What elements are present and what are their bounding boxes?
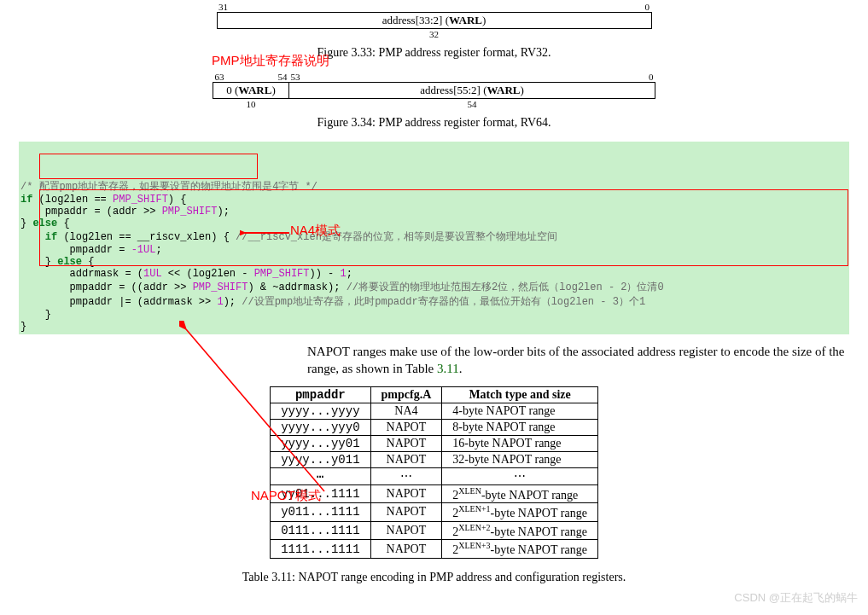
code-l3a: } xyxy=(20,218,32,229)
cell-b: NAPOT xyxy=(370,540,442,559)
code-l9d: //设置pmp地址寄存器，此时pmpaddr寄存器的值，最低位开始有（log2l… xyxy=(242,296,645,308)
table-row: yyyy...yyyyNA44-byte NAPOT range xyxy=(271,403,598,419)
code-l7a: addrmask = ( xyxy=(20,268,143,280)
code-l9b: 1 xyxy=(217,296,223,308)
annotation-napot-mode: NAPOT模式 xyxy=(251,488,321,504)
code-l11: } xyxy=(20,321,26,333)
table-header-row: pmpaddr pmpcfg.A Match type and size xyxy=(271,386,598,403)
code-l7b: 1UL xyxy=(143,268,162,280)
code-l8c: ) & ~addrmask); xyxy=(248,281,346,293)
suf: -byte NAPOT range xyxy=(491,507,587,519)
cell-b: NAPOT xyxy=(370,419,442,435)
cell-a: yyyy...y011 xyxy=(271,451,370,467)
cell-a: ⋯ xyxy=(271,467,370,484)
cell-b: ⋯ xyxy=(370,467,442,484)
th-pmpcfg: pmpcfg.A xyxy=(370,386,442,403)
cell-b: NAPOT xyxy=(370,503,442,522)
table-row: yyyy...yyy0NAPOT8-byte NAPOT range xyxy=(271,419,598,435)
bit-label-0: 0 xyxy=(434,2,652,13)
code-l7f: 1 xyxy=(341,268,347,280)
suf: -byte NAPOT range xyxy=(491,525,587,537)
code-l7g: ; xyxy=(347,268,352,280)
bit-0: 0 xyxy=(472,72,655,83)
sup: XLEN+3 xyxy=(458,541,490,550)
bit-63: 63 xyxy=(213,72,252,83)
table-row: yyyy...y011NAPOT32-byte NAPOT range xyxy=(271,451,598,467)
cell-b: NAPOT xyxy=(370,451,442,467)
fig34-caption: Figure 3.34: PMP address register format… xyxy=(0,116,868,130)
code-l8b: PMP_SHIFT xyxy=(193,281,248,293)
sup: XLEN xyxy=(458,486,481,496)
fig-33-bitfield: 31 0 address[33:2] (WARL) 32 xyxy=(0,2,868,39)
fig-34-bitfield: 63 54 53 0 0 (WARL) address[55:2] (WARL)… xyxy=(0,72,868,109)
table-row: ⋯⋯⋯ xyxy=(271,467,598,484)
code-block: /* 配置pmp地址寄存器，如果要设置的物理地址范围是4字节 */ if (lo… xyxy=(19,142,849,334)
cell-c: 2XLEN+1-byte NAPOT range xyxy=(442,503,598,522)
cell-c: 2XLEN+3-byte NAPOT range xyxy=(442,540,598,559)
bit-54: 54 xyxy=(251,72,289,83)
cell-a: yyyy...yy01 xyxy=(271,435,370,451)
napot-para2: . xyxy=(459,362,463,375)
napot-paragraph: NAPOT ranges make use of the low-order b… xyxy=(307,343,856,378)
cell-c: ⋯ xyxy=(442,467,598,484)
fig34-w0: 10 xyxy=(213,99,289,110)
cell-b: NAPOT xyxy=(370,521,442,540)
bit-53: 53 xyxy=(289,72,473,83)
th-pmpaddr: pmpaddr xyxy=(271,386,370,403)
cell-c: 4-byte NAPOT range xyxy=(442,403,598,419)
fig34-w1: 54 xyxy=(289,99,655,110)
code-l7d: PMP_SHIFT xyxy=(254,268,310,280)
bit-label-31: 31 xyxy=(217,2,434,13)
cell-c: 2XLEN-byte NAPOT range xyxy=(442,484,598,503)
napot-para1: NAPOT ranges make use of the low-order b… xyxy=(307,345,845,375)
napot-table: pmpaddr pmpcfg.A Match type and size yyy… xyxy=(270,386,598,560)
napot-table-ref-link[interactable]: 3.11 xyxy=(437,362,459,375)
table-row: 0111...1111NAPOT2XLEN+2-byte NAPOT range xyxy=(271,521,598,540)
sup: XLEN+1 xyxy=(458,504,490,513)
code-l10: } xyxy=(20,309,51,321)
cell-a: yyyy...yyy0 xyxy=(271,419,370,435)
fig33-caption: Figure 3.33: PMP address register format… xyxy=(0,46,868,60)
table-row: 1111...1111NAPOT2XLEN+3-byte NAPOT range xyxy=(271,540,598,559)
red-highlight-na4 xyxy=(39,154,258,179)
code-l7e: )) - xyxy=(309,268,340,280)
cell-c: 32-byte NAPOT range xyxy=(442,451,598,467)
cell-b: NA4 xyxy=(370,403,442,419)
th-match: Match type and size xyxy=(442,386,598,403)
cell-c: 16-byte NAPOT range xyxy=(442,435,598,451)
code-l9a: pmpaddr |= (addrmask >> xyxy=(20,296,217,308)
code-l8d: //将要设置的物理地址范围左移2位，然后低（log2len - 2）位清0 xyxy=(347,281,664,293)
sup: XLEN+2 xyxy=(458,523,490,532)
cell-c: 2XLEN+2-byte NAPOT range xyxy=(442,521,598,540)
cell-b: NAPOT xyxy=(370,435,442,451)
annotation-pmp-addr-desc: PMP地址寄存器说明 xyxy=(212,53,329,69)
annotation-na4-mode: NA4模式 xyxy=(290,223,341,239)
watermark: CSDN @正在起飞的蜗牛 xyxy=(734,590,858,606)
code-l9c: ); xyxy=(224,296,242,308)
cell-a: y011...1111 xyxy=(271,503,370,522)
fig33-width: 32 xyxy=(217,29,651,40)
fig34-field0: 0 (WARL) xyxy=(226,84,275,96)
code-l8a: pmpaddr = ((addr >> xyxy=(20,281,193,293)
cell-a: 0111...1111 xyxy=(271,521,370,540)
fig33-field: address[33:2] (WARL) xyxy=(382,14,486,26)
cell-c: 8-byte NAPOT range xyxy=(442,419,598,435)
table-row: y011...1111NAPOT2XLEN+1-byte NAPOT range xyxy=(271,503,598,522)
cell-a: yyyy...yyyy xyxy=(271,403,370,419)
suf: -byte NAPOT range xyxy=(481,488,578,501)
code-l1a: if xyxy=(20,194,32,206)
fig34-field1: address[55:2] (WARL) xyxy=(420,84,524,96)
cell-a: 1111...1111 xyxy=(271,540,370,559)
code-l7c: << (log2len - xyxy=(162,268,254,280)
table311-caption: Table 3.11: NAPOT range encoding in PMP … xyxy=(0,571,868,584)
cell-b: NAPOT xyxy=(370,484,442,503)
suf: -byte NAPOT range xyxy=(491,543,587,556)
table-row: yyyy...yy01NAPOT16-byte NAPOT range xyxy=(271,435,598,451)
red-highlight-napot xyxy=(39,189,848,266)
